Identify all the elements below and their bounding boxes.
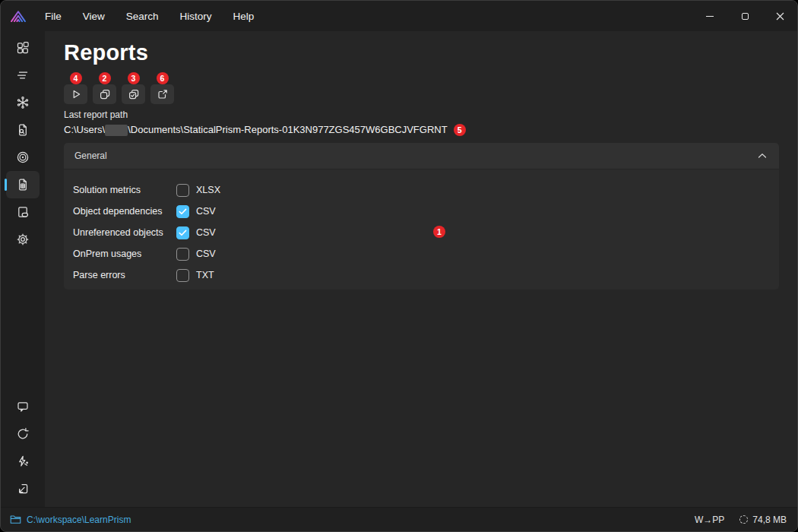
workspace-path: C:\workspace\LearnPrism: [27, 515, 131, 525]
menu-file[interactable]: File: [34, 1, 72, 31]
sidebar-item-reports[interactable]: [6, 171, 40, 198]
option-label: Parse errors: [73, 270, 176, 280]
reports-toolbar: 4 2 3: [64, 84, 779, 104]
open-external-button[interactable]: [150, 84, 174, 104]
option-row-onprem-usages: OnPrem usages CSV: [64, 243, 779, 264]
open-folder-wrap: 6: [150, 84, 174, 104]
sidebar-item-pipeline[interactable]: [6, 89, 40, 116]
general-expander: General Solution metrics XLSX Object dep…: [64, 143, 779, 290]
workspace-link[interactable]: C:\workspace\LearnPrism: [10, 515, 131, 525]
minimize-icon: [706, 16, 714, 17]
unreferenced-objects-checkbox[interactable]: [176, 226, 189, 239]
copy-button[interactable]: [93, 84, 116, 104]
object-dependencies-checkbox[interactable]: [176, 205, 189, 218]
menu-view[interactable]: View: [72, 1, 116, 31]
option-format-label: CSV: [196, 249, 216, 259]
option-format-label: XLSX: [196, 185, 220, 195]
general-expander-header[interactable]: General: [64, 143, 779, 169]
sidebar-item-history[interactable]: [6, 420, 40, 448]
copy-checked-button[interactable]: [122, 84, 145, 104]
sidebar-item-file-search[interactable]: [6, 116, 40, 144]
copy-wrap: 2: [93, 84, 116, 104]
last-report-path-label: Last report path: [64, 109, 779, 120]
sidebar-item-target[interactable]: [6, 144, 40, 171]
solution-metrics-checkbox[interactable]: [176, 184, 189, 197]
redacted-username: [105, 125, 128, 136]
lightning-icon: [16, 454, 30, 468]
general-expander-body: Solution metrics XLSX Object dependencie…: [64, 169, 779, 290]
onprem-usages-checkbox[interactable]: [176, 248, 189, 261]
statusbar: C:\workspace\LearnPrism W→PP 74,8 MB: [1, 507, 797, 531]
option-format-label: CSV: [196, 227, 216, 238]
option-label: OnPrem usages: [73, 249, 176, 259]
history-refresh-icon: [16, 427, 30, 441]
option-label: Unreferenced objects: [73, 227, 176, 238]
option-label: Solution metrics: [73, 185, 176, 195]
app-window: File View Search History Help: [0, 0, 798, 532]
window-controls: [692, 1, 797, 31]
menu-search[interactable]: Search: [116, 1, 169, 31]
settings-gear-icon: [16, 233, 30, 246]
parse-errors-checkbox[interactable]: [176, 269, 189, 282]
option-row-parse-errors: Parse errors TXT: [64, 264, 779, 286]
chevron-up-icon[interactable]: [758, 153, 767, 159]
mode-indicator: W→PP: [695, 515, 724, 525]
sidebar-item-settings[interactable]: [6, 226, 40, 253]
close-button[interactable]: [762, 1, 797, 31]
menu-history[interactable]: History: [169, 1, 223, 31]
titlebar: File View Search History Help: [1, 1, 797, 31]
badge-path: 5: [454, 124, 466, 136]
sidebar-item-data[interactable]: [6, 198, 40, 226]
log-lines-icon: [16, 68, 30, 82]
data-export-icon: [16, 205, 30, 219]
sidebar-item-dashboard[interactable]: [6, 34, 40, 62]
option-format-label: TXT: [196, 270, 214, 280]
copy-icon: [99, 88, 111, 100]
maximize-button[interactable]: [727, 1, 762, 31]
chat-bubble-icon: [16, 400, 30, 413]
main-content: Reports 4 2 3: [45, 31, 797, 507]
last-report-path: C:\Users\\Documents\StaticalPrism-Report…: [64, 124, 779, 136]
menubar: File View Search History Help: [34, 1, 264, 31]
folder-icon: [10, 515, 21, 524]
memory-icon: [739, 515, 748, 524]
statusbar-right: W→PP 74,8 MB: [695, 515, 787, 525]
file-search-icon: [16, 123, 30, 137]
open-external-icon: [157, 88, 169, 100]
memory-value: 74,8 MB: [752, 515, 787, 525]
badge-open: 6: [157, 72, 169, 84]
menu-help[interactable]: Help: [223, 1, 265, 31]
option-row-unreferenced-objects: Unreferenced objects CSV: [64, 222, 779, 243]
badge-copy-check: 3: [128, 72, 140, 84]
run-report-wrap: 4: [64, 84, 87, 104]
option-row-object-dependencies: Object dependencies CSV: [64, 201, 779, 222]
target-icon: [16, 150, 30, 164]
sidebar-item-feedback[interactable]: [6, 393, 40, 420]
play-icon: [70, 88, 82, 100]
option-row-solution-metrics: Solution metrics XLSX: [64, 179, 779, 201]
path-text: C:\Users\\Documents\StaticalPrism-Report…: [64, 124, 448, 136]
sidebar-item-quick-actions[interactable]: [6, 448, 40, 475]
dashboard-icon: [16, 41, 30, 55]
reports-icon: [16, 178, 30, 192]
import-icon: [16, 482, 30, 496]
general-expander-title: General: [74, 150, 107, 161]
close-icon: [776, 12, 784, 21]
sidebar-item-import[interactable]: [6, 475, 40, 502]
maximize-icon: [742, 13, 749, 20]
option-format-label: CSV: [196, 206, 216, 217]
badge-copy: 2: [99, 72, 111, 84]
run-report-button[interactable]: [64, 84, 87, 104]
minimize-button[interactable]: [692, 1, 727, 31]
app-logo-icon: [10, 9, 27, 24]
memory-indicator: 74,8 MB: [739, 515, 787, 525]
badge-general-section: 1: [433, 226, 445, 238]
sidebar: [1, 31, 45, 507]
sidebar-item-logs[interactable]: [6, 62, 40, 89]
network-icon: [16, 96, 30, 109]
copy-check-icon: [128, 88, 140, 100]
option-label: Object dependencies: [73, 206, 176, 217]
copy-check-wrap: 3: [122, 84, 145, 104]
page-title: Reports: [64, 40, 779, 65]
badge-run: 4: [70, 72, 82, 84]
